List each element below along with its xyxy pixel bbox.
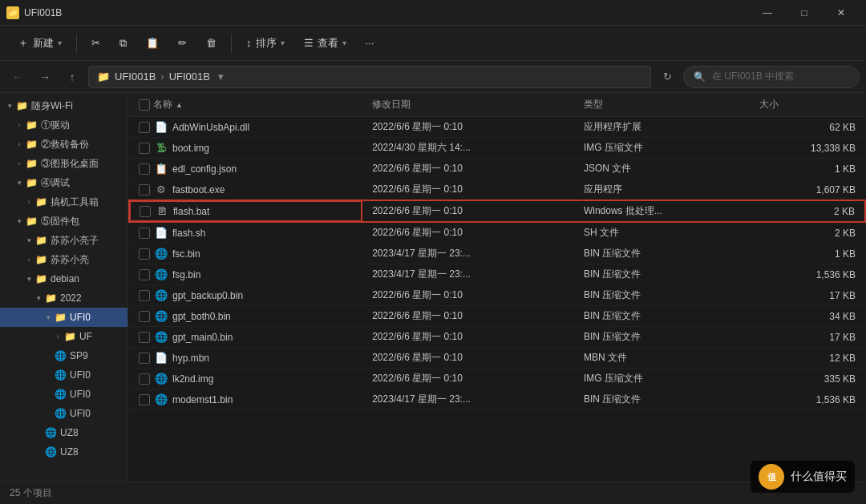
- folder-icon-drive: 📁: [26, 119, 38, 131]
- sidebar-item-wifi[interactable]: ▾📁随身Wi-Fi: [0, 96, 127, 115]
- sidebar-item-y2022[interactable]: ▾📁2022: [0, 288, 127, 308]
- file-checkbox-10[interactable]: [139, 332, 150, 343]
- maximize-button[interactable]: □: [786, 0, 823, 26]
- file-size-9: 34 KB: [750, 306, 865, 327]
- sidebar-item-uz8b[interactable]: 🌐UZ8: [0, 442, 127, 462]
- expand-icon-debug: ▾: [13, 173, 26, 192]
- sidebar-item-ufi3[interactable]: 🌐UFI0: [0, 385, 127, 404]
- table-row[interactable]: 🌐gpt_main0.bin2022/6/6 星期一 0:10BIN 压缩文件1…: [129, 327, 865, 348]
- col-header-name[interactable]: 名称 ▲: [129, 93, 362, 117]
- sidebar-item-debug[interactable]: ▾📁④调试: [0, 173, 127, 192]
- sidebar-item-ufi2[interactable]: 🌐UFI0: [0, 365, 127, 385]
- close-button[interactable]: ✕: [823, 0, 860, 26]
- view-label: 查看: [318, 36, 338, 50]
- delete-button[interactable]: 🗑: [198, 33, 225, 53]
- file-icon-6: 🌐: [155, 248, 168, 260]
- table-row[interactable]: 🌐fsc.bin2023/4/17 星期一 23:...BIN 压缩文件1 KB: [129, 244, 865, 264]
- file-icon-0: 📄: [155, 121, 168, 134]
- sidebar-item-icons[interactable]: ›📁③图形化桌面: [0, 154, 127, 173]
- sort-button[interactable]: ↕ 排序 ▾: [238, 32, 293, 54]
- file-name-cell: 🖹flash.bat: [129, 200, 362, 222]
- tree-label-icons: ③图形化桌面: [41, 157, 99, 171]
- file-name-cell: 🌐gpt_backup0.bin: [129, 285, 362, 306]
- file-checkbox-9[interactable]: [139, 311, 150, 322]
- sidebar-item-sp9[interactable]: 🌐SP9: [0, 346, 127, 365]
- file-name-2: edl_config.json: [172, 163, 237, 175]
- sidebar-item-uf[interactable]: ›📁UF: [0, 327, 127, 346]
- file-checkbox-3[interactable]: [139, 184, 150, 196]
- table-row[interactable]: 🌐gpt_backup0.bin2022/6/6 星期一 0:10BIN 压缩文…: [129, 285, 865, 306]
- col-header-type[interactable]: 类型: [574, 93, 750, 117]
- file-name-cell: 🌐gpt_main0.bin: [129, 327, 362, 348]
- table-row[interactable]: 🖹flash.bat2022/6/6 星期一 0:10Windows 批处理..…: [129, 200, 865, 222]
- table-row[interactable]: ⚙fastboot.exe2022/6/6 星期一 0:10应用程序1,607 …: [129, 179, 865, 201]
- table-row[interactable]: 📄hyp.mbn2022/6/6 星期一 0:10MBN 文件12 KB: [129, 348, 865, 369]
- file-type-5: SH 文件: [574, 222, 750, 244]
- folder-icon-ufi3: 🌐: [55, 389, 67, 400]
- copy-button[interactable]: ⧉: [111, 33, 135, 54]
- sidebar-item-ufi001b[interactable]: ▾📁UFI0: [0, 308, 127, 327]
- file-checkbox-4[interactable]: [140, 206, 151, 217]
- paste-button[interactable]: 📋: [138, 33, 167, 53]
- new-button[interactable]: ＋ 新建 ▾: [10, 32, 70, 54]
- file-date-3: 2022/6/6 星期一 0:10: [362, 179, 574, 201]
- view-button[interactable]: ☰ 查看 ▾: [296, 32, 354, 54]
- cut-button[interactable]: ✂: [83, 33, 108, 53]
- sidebar-item-rescue[interactable]: ›📁②救砖备份: [0, 135, 127, 154]
- table-row[interactable]: 🌐lk2nd.img2022/6/6 星期一 0:10IMG 压缩文件335 K…: [129, 369, 865, 389]
- file-checkbox-6[interactable]: [139, 248, 150, 260]
- table-row[interactable]: 🌐modemst1.bin2023/4/17 星期一 23:...BIN 压缩文…: [129, 389, 865, 410]
- file-checkbox-13[interactable]: [139, 394, 150, 405]
- col-header-date[interactable]: 修改日期: [362, 93, 574, 117]
- items-count: 25 个项目: [10, 486, 52, 500]
- file-checkbox-2[interactable]: [139, 163, 150, 175]
- sidebar-item-debian[interactable]: ▾📁debian: [0, 269, 127, 288]
- folder-icon-debian: 📁: [35, 273, 47, 284]
- file-checkbox-1[interactable]: [139, 143, 150, 154]
- rename-button[interactable]: ✏: [170, 33, 195, 53]
- sidebar-item-drive[interactable]: ›📁①驱动: [0, 115, 127, 135]
- sidebar-item-susu[interactable]: ▾📁苏苏小亮子: [0, 231, 127, 250]
- minimize-button[interactable]: —: [749, 0, 786, 26]
- back-button[interactable]: ←: [6, 66, 29, 88]
- search-box[interactable]: 🔍 在 UFI001B 中搜索: [683, 66, 860, 88]
- sidebar-item-uz8a[interactable]: 🌐UZ8: [0, 423, 127, 442]
- rename-icon: ✏: [178, 37, 187, 49]
- file-checkbox-8[interactable]: [139, 290, 150, 301]
- file-name-10: gpt_main0.bin: [172, 332, 233, 343]
- file-date-6: 2023/4/17 星期一 23:...: [362, 244, 574, 264]
- more-button[interactable]: ···: [358, 33, 382, 53]
- table-row[interactable]: 📄flash.sh2022/6/6 星期一 0:10SH 文件2 KB: [129, 222, 865, 244]
- path-part-2: UFI001B: [169, 71, 210, 83]
- file-checkbox-12[interactable]: [139, 373, 150, 385]
- path-expand-icon[interactable]: ▾: [218, 71, 224, 83]
- expand-icon-drive: ›: [13, 115, 26, 135]
- table-row[interactable]: 📄AdbWinUsbApi.dll2022/6/6 星期一 0:10应用程序扩展…: [129, 117, 865, 138]
- file-icon-12: 🌐: [155, 373, 168, 385]
- main-area: ▾📁随身Wi-Fi›📁①驱动›📁②救砖备份›📁③图形化桌面▾📁④调试›📁搞机工具…: [0, 93, 866, 482]
- file-checkbox-7[interactable]: [139, 269, 150, 280]
- table-row[interactable]: 🗜boot.img2022/4/30 星期六 14:...IMG 压缩文件13,…: [129, 138, 865, 159]
- file-name-4: flash.bat: [173, 206, 209, 217]
- file-checkbox-5[interactable]: [139, 228, 150, 239]
- tree-label-ufi001b: UFI0: [70, 312, 91, 323]
- file-icon-1: 🗜: [155, 142, 168, 155]
- table-row[interactable]: 🌐gpt_both0.bin2022/6/6 星期一 0:10BIN 压缩文件3…: [129, 306, 865, 327]
- table-row[interactable]: 📋edl_config.json2022/6/6 星期一 0:10JSON 文件…: [129, 159, 865, 179]
- file-icon-4: 🖹: [156, 205, 168, 218]
- sidebar-item-firmware[interactable]: ▾📁⑤固件包: [0, 212, 127, 231]
- sidebar-item-tools[interactable]: ›📁搞机工具箱: [0, 192, 127, 212]
- up-button[interactable]: ↑: [61, 66, 83, 88]
- col-header-size[interactable]: 大小: [750, 93, 865, 117]
- expand-icon-ufi4: [42, 404, 55, 423]
- address-path[interactable]: 📁 UFI001B › UFI001B ▾: [88, 66, 651, 88]
- file-checkbox-11[interactable]: [139, 353, 150, 364]
- sidebar-item-ufi4[interactable]: 🌐UFI0: [0, 404, 127, 423]
- forward-button[interactable]: →: [34, 66, 56, 88]
- refresh-button[interactable]: ↻: [656, 66, 678, 88]
- sidebar-item-susub[interactable]: ›📁苏苏小亮: [0, 250, 127, 269]
- table-row[interactable]: 🌐fsg.bin2023/4/17 星期一 23:...BIN 压缩文件1,53…: [129, 264, 865, 285]
- tree-label-susu: 苏苏小亮子: [51, 234, 99, 248]
- file-checkbox-0[interactable]: [139, 122, 150, 133]
- toolbar: ＋ 新建 ▾ ✂ ⧉ 📋 ✏ 🗑 ↕ 排序 ▾ ☰ 查看 ▾ ···: [0, 26, 866, 61]
